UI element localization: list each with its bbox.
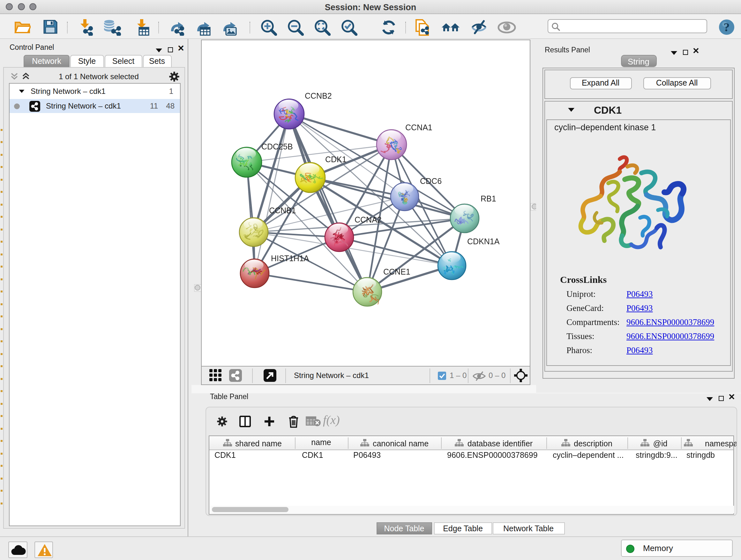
svg-text:RB1: RB1 — [480, 194, 496, 203]
svg-text:?: ? — [724, 20, 730, 34]
svg-text:CDKN1A: CDKN1A — [467, 237, 499, 246]
svg-text:CDK1: CDK1 — [325, 154, 346, 164]
svg-text:HIST1H1A: HIST1H1A — [271, 253, 309, 262]
svg-text:CCNB1: CCNB1 — [269, 206, 296, 214]
svg-text:CCNA1: CCNA1 — [405, 123, 432, 132]
svg-text:CCNA2: CCNA2 — [354, 215, 381, 224]
svg-text:CDC6: CDC6 — [420, 176, 441, 185]
svg-text:CCNB2: CCNB2 — [305, 91, 332, 100]
svg-text:CCNE1: CCNE1 — [383, 267, 410, 276]
svg-text:CDC25B: CDC25B — [261, 142, 293, 151]
